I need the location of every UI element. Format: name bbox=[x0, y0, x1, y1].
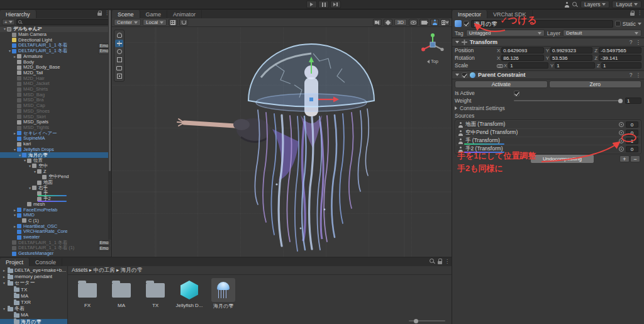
panel-menu-icon[interactable]: ⋮ bbox=[445, 259, 450, 264]
source-row[interactable]: 地面 (Transform) 0 bbox=[456, 121, 640, 128]
source-weight-field[interactable]: 0 bbox=[626, 146, 638, 152]
inspector-tab[interactable]: Inspector bbox=[452, 10, 487, 18]
search-icon[interactable] bbox=[430, 259, 435, 264]
source-weight-field[interactable]: 1 bbox=[626, 138, 638, 144]
asset-item[interactable]: MA bbox=[107, 278, 136, 310]
lock-icon[interactable] bbox=[630, 13, 635, 16]
foldout-closed-icon[interactable] bbox=[455, 106, 457, 110]
foldout-arrow-icon[interactable]: ▾ bbox=[33, 169, 37, 174]
hierarchy-row[interactable]: GestureManager bbox=[0, 251, 111, 257]
foldout-open-icon[interactable] bbox=[455, 74, 459, 76]
hierarchy-row[interactable]: ▾ 位置 bbox=[0, 158, 111, 164]
value-x-field[interactable]: 0.6429093 bbox=[501, 47, 543, 53]
hierarchy-row[interactable]: 地面 bbox=[0, 180, 111, 186]
project-tab[interactable]: Console bbox=[30, 258, 62, 266]
hierarchy-row[interactable]: ▾ MMD bbox=[0, 213, 111, 218]
value-z-field[interactable]: -39.141 bbox=[599, 55, 641, 61]
scale-tool-button[interactable] bbox=[115, 56, 123, 64]
remove-source-button[interactable]: − bbox=[630, 155, 640, 162]
folder-row[interactable]: ▸ DELTA_eye+make+b... bbox=[0, 267, 67, 274]
hierarchy-row[interactable]: VRCHeartRate_Core bbox=[0, 229, 111, 235]
orientation-gizmo[interactable]: Top bbox=[419, 32, 447, 66]
scene-view-tab[interactable]: Scene bbox=[112, 10, 140, 18]
folder-row[interactable]: TX bbox=[0, 287, 67, 293]
object-picker-icon[interactable] bbox=[619, 130, 624, 135]
object-picker-icon[interactable] bbox=[619, 122, 624, 127]
value-z-field[interactable]: 1 bbox=[601, 62, 641, 69]
hierarchy-row[interactable]: M2D_Tail bbox=[0, 70, 111, 76]
is-active-checkbox[interactable] bbox=[514, 91, 519, 96]
object-picker-icon[interactable] bbox=[619, 147, 624, 152]
value-y-field[interactable]: 1 bbox=[555, 62, 595, 69]
source-row[interactable]: 手 (Transform) 1 bbox=[456, 137, 640, 145]
search-icon[interactable] bbox=[572, 2, 578, 8]
inspector-tab[interactable]: VRChat SDK bbox=[487, 10, 533, 18]
grid-visibility-button[interactable] bbox=[169, 19, 177, 26]
layers-dropdown[interactable]: Layers bbox=[580, 1, 610, 8]
snap-button[interactable] bbox=[179, 19, 188, 26]
hierarchy-row[interactable]: ▸ セキレイヘアー bbox=[0, 130, 111, 136]
foldout-arrow-icon[interactable]: ▸ bbox=[13, 54, 17, 59]
foldout-arrow-icon[interactable]: ▾ bbox=[28, 164, 32, 169]
panel-menu-icon[interactable]: ⋮ bbox=[637, 11, 642, 16]
move-tool-button[interactable] bbox=[115, 40, 123, 47]
folder-row[interactable]: ▾ セーター bbox=[0, 280, 67, 286]
hierarchy-row[interactable]: ▾ 空中 bbox=[0, 164, 111, 169]
hierarchy-row[interactable]: mesh bbox=[0, 202, 111, 208]
active-checkbox[interactable] bbox=[464, 21, 469, 26]
source-row[interactable]: 空中Pend (Transform) 0 bbox=[456, 129, 640, 137]
hierarchy-scrollbar[interactable] bbox=[108, 9, 111, 240]
step-button[interactable] bbox=[330, 1, 341, 8]
component-enabled-checkbox[interactable] bbox=[462, 72, 467, 78]
source-row[interactable]: 手2 (Transform) 0 bbox=[456, 145, 640, 153]
hierarchy-row[interactable]: C (1) bbox=[0, 218, 111, 224]
hierarchy-row[interactable]: ▸ Armature bbox=[0, 54, 111, 60]
avatar-overlay-button[interactable] bbox=[430, 19, 439, 26]
folder-row[interactable]: MA bbox=[0, 293, 67, 299]
component-menu-icon[interactable]: ⋮ bbox=[636, 39, 641, 45]
activate-button[interactable]: Activate bbox=[455, 81, 548, 88]
hierarchy-row[interactable]: M4D_Jacket bbox=[0, 81, 111, 87]
chevron-down-icon[interactable] bbox=[638, 23, 641, 25]
foldout-arrow-icon[interactable]: ▸ bbox=[13, 131, 17, 136]
foldout-arrow-icon[interactable]: ▾ bbox=[13, 147, 17, 152]
hierarchy-row[interactable]: MSD_Spats bbox=[0, 120, 111, 125]
hierarchy-row[interactable]: M2D_Body_Base bbox=[0, 65, 111, 70]
tag-dropdown[interactable]: Untagged bbox=[466, 30, 545, 36]
weight-slider[interactable] bbox=[514, 100, 623, 101]
zero-button[interactable]: Zero bbox=[549, 81, 642, 88]
asset-item[interactable]: TX bbox=[141, 278, 170, 310]
value-z-field[interactable]: -0.5497565 bbox=[599, 47, 641, 53]
gizmos-dropdown[interactable] bbox=[441, 19, 450, 26]
hierarchy-row[interactable]: 手 bbox=[0, 191, 111, 196]
lock-icon[interactable] bbox=[97, 13, 102, 16]
hierarchy-row[interactable]: Main Camera bbox=[0, 32, 111, 38]
hierarchy-row[interactable]: ▾ 右手 bbox=[0, 185, 111, 191]
foldout-arrow-icon[interactable]: ▸ bbox=[2, 274, 6, 280]
hierarchy-row[interactable]: MSD_Cap bbox=[0, 103, 111, 109]
component-menu-icon[interactable]: ⋮ bbox=[636, 72, 641, 78]
project-tab[interactable]: Project bbox=[0, 258, 30, 266]
hierarchy-row[interactable]: SupineMA bbox=[0, 136, 111, 142]
help-icon[interactable]: ? bbox=[630, 39, 633, 45]
camera-settings-button[interactable] bbox=[419, 19, 428, 26]
hierarchy-row[interactable]: kari bbox=[0, 142, 111, 147]
scene-canvas[interactable]: Top bbox=[112, 27, 452, 257]
asset-item[interactable]: FX bbox=[73, 278, 102, 310]
foldout-arrow-icon[interactable]: ▾ bbox=[2, 280, 6, 286]
folder-row[interactable]: MA bbox=[0, 312, 67, 318]
folder-row[interactable]: ▾ 冬着 bbox=[0, 306, 67, 312]
link-scale-icon[interactable] bbox=[497, 63, 502, 68]
gizmo-view-label[interactable]: Top bbox=[431, 59, 438, 64]
rect-tool-button[interactable] bbox=[115, 64, 123, 72]
folder-row[interactable]: TXR bbox=[0, 299, 67, 306]
foldout-arrow-icon[interactable]: ▸ bbox=[2, 267, 6, 274]
hierarchy-row[interactable]: ▾ 海月の雫 bbox=[0, 152, 111, 158]
hierarchy-row[interactable]: M4D_Shirts bbox=[0, 87, 111, 92]
hierarchy-row[interactable]: M2D_Hair bbox=[0, 75, 111, 81]
hierarchy-row[interactable]: MSD_Bag bbox=[0, 92, 111, 98]
breadcrumb[interactable]: Assets ▸ 中の工房 ▸ 海月の雫 bbox=[68, 266, 452, 275]
asset-item[interactable]: Jellyfish D... bbox=[175, 278, 204, 310]
object-name-field[interactable]: 海月の雫 bbox=[471, 20, 613, 28]
mode-3d-button[interactable]: 3D bbox=[394, 19, 407, 26]
